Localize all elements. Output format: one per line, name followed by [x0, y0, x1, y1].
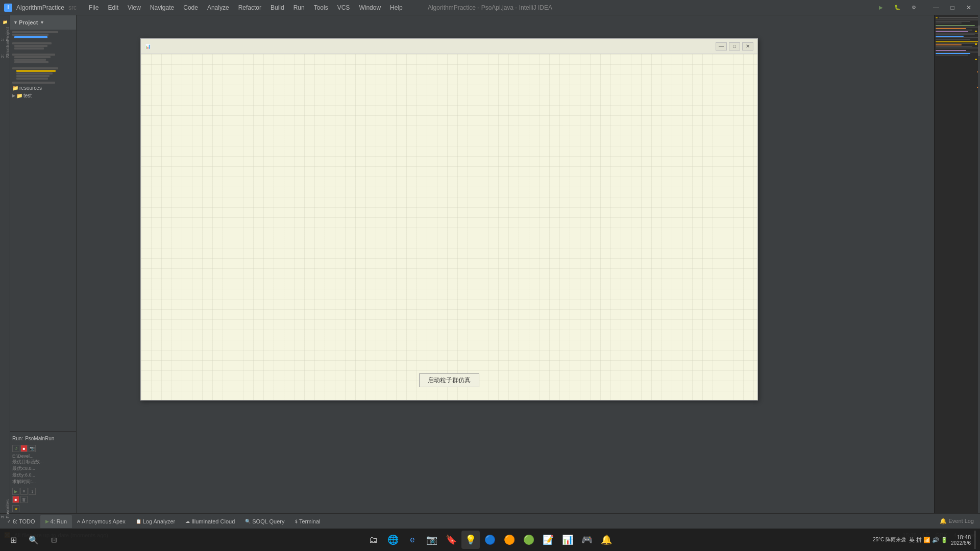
search-button[interactable]: 🔍 [24, 531, 43, 549]
weather-widget: 25°C 阵雨来袭 [873, 536, 906, 543]
apex-label: Anonymous Apex [82, 518, 126, 524]
menu-analyze[interactable]: Analyze [203, 2, 233, 13]
soql-label: SOQL Query [252, 518, 284, 524]
taskbar-app3[interactable]: 🔵 [481, 531, 499, 549]
tab-anonymous-apex[interactable]: A Anonymous Apex [72, 515, 131, 528]
tree-item-test[interactable]: ▶ 📁 test [10, 92, 76, 99]
toolbar-profile-btn[interactable]: ⚙ [906, 3, 921, 13]
menu-navigate[interactable]: Navigate [146, 2, 178, 13]
project-panel-label: Project [19, 19, 38, 26]
run-clear-btn[interactable]: 🗑 [20, 496, 28, 503]
cloud-icon: ☁ [185, 519, 190, 524]
app-icon: I [4, 4, 12, 12]
fw-maximize-btn[interactable]: □ [729, 42, 740, 51]
minimap-code [935, 15, 980, 57]
run-stop-btn[interactable]: ■ [20, 445, 28, 452]
simulation-window-tab: 📊 [145, 44, 153, 49]
app-subtitle: src [68, 4, 77, 11]
clock[interactable]: 18:48 2022/6/6 [951, 534, 971, 546]
run-line-4: 最优y:6.0... [12, 472, 74, 479]
run-list-btn[interactable]: ≡ [20, 488, 28, 495]
taskbar: ⊞ 🔍 ⊡ 🗂 🌐 e 📷 🔖 💡 🔵 🟠 🟢 📝 📊 🎮 🔔 25°C 阵雨来… [0, 529, 980, 551]
tab-illuminated-cloud[interactable]: ☁ Illuminated Cloud [180, 515, 240, 528]
taskview-button[interactable]: ⊡ [45, 531, 63, 549]
run-tab-icon: ▶ [45, 519, 49, 524]
menu-vcs[interactable]: VCS [333, 2, 354, 13]
menu-run[interactable]: Run [289, 2, 309, 13]
run-restart-btn[interactable]: ↺ [12, 445, 19, 452]
soql-icon: 🔍 [245, 519, 251, 524]
menu-build[interactable]: Build [266, 2, 288, 13]
run-line-2: 最优目标函数... [12, 459, 74, 465]
minimap-thumb [978, 26, 980, 56]
menu-edit[interactable]: Edit [104, 2, 122, 13]
event-log-btn[interactable]: 🔔 Event Log [936, 518, 978, 524]
taskbar-app5[interactable]: 🟢 [520, 531, 538, 549]
sidebar-tab-structure[interactable]: 2: Structure [1, 44, 10, 53]
sidebar-tab-favorites[interactable]: 3: Favorites [1, 504, 10, 513]
taskbar-file-explorer[interactable]: 🗂 [364, 531, 383, 549]
app-title: AlgorithmPractice [16, 4, 64, 11]
taskbar-app1[interactable]: 📷 [423, 531, 441, 549]
project-icon[interactable]: 📁 [1, 17, 10, 27]
project-panel-header[interactable]: ▾ Project ▾ [10, 15, 76, 30]
start-simulation-button[interactable]: 启动粒子群仿真 [419, 373, 479, 387]
close-button[interactable]: ✕ [962, 3, 976, 13]
taskbar-app7[interactable]: 🎮 [578, 531, 596, 549]
taskbar-excel[interactable]: 📊 [558, 531, 577, 549]
run-camera-btn[interactable]: 📷 [29, 445, 36, 452]
menu-tools[interactable]: Tools [310, 2, 332, 13]
run-line-3: 最优x:8.0... [12, 465, 74, 472]
title-bar-left: I AlgorithmPractice src File Edit View N… [4, 2, 407, 13]
show-desktop-btn[interactable] [974, 531, 976, 549]
fw-close-btn[interactable]: ✕ [742, 42, 753, 51]
taskbar-edge[interactable]: e [403, 531, 422, 549]
run-favorites-btn[interactable]: ★ [12, 505, 19, 512]
todo-icon: ✓ [7, 519, 11, 524]
tab-terminal[interactable]: $ Terminal [289, 515, 325, 528]
run-play-btn[interactable]: ▶ [12, 488, 19, 495]
minimize-button[interactable]: — [929, 3, 943, 13]
sys-tray: 英 拼 📶 🔊 🔋 [909, 536, 948, 544]
run-panel-section: Run: PsoMainRun ↺ ■ 📷 E:\Devel... 最优目标函数… [10, 431, 76, 513]
network-icon[interactable]: 📶 [923, 537, 930, 543]
start-button[interactable]: ⊞ [4, 531, 22, 549]
editor-main-area: 📊 — □ ✕ 启动粒子群仿真 [77, 15, 934, 513]
todo-label: 6: TODO [13, 518, 35, 524]
menu-window[interactable]: Window [355, 2, 385, 13]
taskbar-app4[interactable]: 🟠 [500, 531, 519, 549]
tab-soql-query[interactable]: 🔍 SOQL Query [240, 515, 289, 528]
window-title-center: AlgorithmPractice - PsoApi.java - Intell… [428, 4, 552, 11]
taskbar-app8[interactable]: 🔔 [597, 531, 616, 549]
input-method[interactable]: 拼 [916, 536, 922, 544]
window-controls: ▶ 🐛 ⚙ — □ ✕ [874, 3, 976, 13]
maximize-button[interactable]: □ [945, 3, 960, 13]
menu-file[interactable]: File [85, 2, 103, 13]
minimap [934, 15, 980, 513]
volume-icon[interactable]: 🔊 [932, 537, 939, 543]
tab-run[interactable]: ▶ 4: Run [40, 515, 72, 528]
simulation-window-header: 📊 — □ ✕ [141, 39, 757, 54]
tree-item-resources[interactable]: 📁 resources [10, 84, 76, 92]
language-indicator[interactable]: 英 [909, 536, 915, 544]
toolbar-debug-btn[interactable]: 🐛 [890, 3, 904, 13]
taskbar-chrome[interactable]: 🌐 [384, 531, 402, 549]
menu-refactor[interactable]: Refactor [234, 2, 265, 13]
battery-icon[interactable]: 🔋 [941, 537, 948, 543]
sidebar-tab-project[interactable]: 1: Project [1, 30, 10, 39]
log-icon: 📋 [136, 519, 141, 524]
tab-log-analyzer[interactable]: 📋 Log Analyzer [131, 515, 181, 528]
fw-minimize-btn[interactable]: — [716, 42, 727, 51]
run-stop2-btn[interactable]: ■ [12, 496, 19, 503]
taskbar-intellij[interactable]: 💡 [461, 531, 480, 549]
menu-help[interactable]: Help [386, 2, 407, 13]
menu-code[interactable]: Code [179, 2, 202, 13]
toolbar-run-btn[interactable]: ▶ [874, 3, 888, 13]
minimap-scrollbar[interactable] [978, 15, 980, 513]
run-step-btn[interactable]: ⤵ [29, 488, 36, 495]
taskbar-app6[interactable]: 📝 [539, 531, 557, 549]
run-label: Run: [12, 436, 23, 441]
taskbar-center: 🗂 🌐 e 📷 🔖 💡 🔵 🟠 🟢 📝 📊 🎮 🔔 [364, 531, 616, 549]
taskbar-app2[interactable]: 🔖 [442, 531, 460, 549]
menu-view[interactable]: View [124, 2, 145, 13]
